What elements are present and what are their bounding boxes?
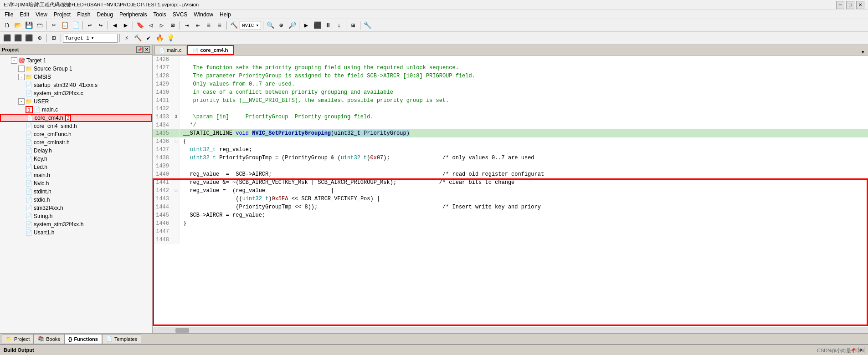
target-dropdown[interactable]: Target 1 ▾ xyxy=(63,34,118,43)
nvic-dropdown[interactable]: NVIC ▾ xyxy=(240,21,261,30)
t2-btn10[interactable]: 💡 xyxy=(165,33,175,43)
menu-svcs[interactable]: SVCS xyxy=(170,10,190,19)
copy-button[interactable]: 📋 xyxy=(60,20,70,30)
horizontal-scrollbar[interactable] xyxy=(153,327,868,333)
tree-item-delayh[interactable]: 📄 Delay.h xyxy=(0,147,152,155)
menu-window[interactable]: Window xyxy=(191,10,216,19)
tree-item-ledh[interactable]: 📄 Led.h xyxy=(0,163,152,171)
status-tab-project[interactable]: 📁 Project xyxy=(2,334,34,344)
menu-flash[interactable]: Flash xyxy=(74,10,93,19)
menu-project[interactable]: Project xyxy=(51,10,73,19)
search-btn[interactable]: 🔎 xyxy=(287,20,297,30)
tab-scroll-right[interactable]: ▾ xyxy=(860,49,866,55)
tree-item-cmfunc[interactable]: 📄 core_cmFunc.h xyxy=(0,130,152,138)
bookmark-next[interactable]: ▷ xyxy=(157,20,167,30)
cut-button[interactable]: ✂ xyxy=(49,20,59,30)
save-button[interactable]: 💾 xyxy=(24,20,34,30)
tree-item-startup[interactable]: 📄 startup_stm32f40_41xxx.s xyxy=(0,81,152,89)
menu-view[interactable]: View xyxy=(33,10,50,19)
tree-item-keyh[interactable]: 📄 Key.h xyxy=(0,155,152,163)
t2-btn3[interactable]: ⬛ xyxy=(24,33,34,43)
settings-btn[interactable]: 🔧 xyxy=(362,20,372,30)
indent-btn[interactable]: ⇥ xyxy=(182,20,192,30)
status-tab-templates[interactable]: 📄 Templates xyxy=(102,334,141,344)
nav-fwd-button[interactable]: ▶ xyxy=(121,20,131,30)
menu-tools[interactable]: Tools xyxy=(151,10,169,19)
t2-btn5[interactable]: ⊞ xyxy=(49,33,59,43)
tree-item-stm32h[interactable]: 📄 stm32f4xx.h xyxy=(0,204,152,212)
tree-item-nvich[interactable]: 📄 Nvic.h xyxy=(0,179,152,188)
bookmark-btn[interactable]: 🔖 xyxy=(135,20,145,30)
uncomment-btn[interactable]: ≡ xyxy=(215,20,225,30)
debug-pause[interactable]: ⏸ xyxy=(323,20,333,30)
expander-cmsis[interactable]: - xyxy=(18,74,25,80)
tree-item-coresimd[interactable]: 📄 core_cm4_simd.h xyxy=(0,122,152,130)
tree-item-mainc[interactable]: 1 📄 main.c xyxy=(0,106,152,114)
close-button[interactable]: ✕ xyxy=(856,1,864,9)
expander-target1[interactable]: - xyxy=(11,57,17,64)
code-editor[interactable]: 1426 1427 The function sets the priority… xyxy=(153,56,868,327)
menu-peripherals[interactable]: Peripherals xyxy=(117,10,150,19)
code-1430: In case of a conflict between priority g… xyxy=(180,88,868,96)
expander-sourcegroup[interactable]: - xyxy=(18,66,25,72)
find-btn[interactable]: 🔍 xyxy=(265,20,275,30)
status-tab-books[interactable]: 📚 Books xyxy=(34,334,64,344)
tree-item-stdioh[interactable]: 📄 stdio.h xyxy=(0,196,152,204)
debug-start[interactable]: ▶ xyxy=(301,20,311,30)
sidebar-close-button[interactable]: ✕ xyxy=(144,46,150,53)
bookmark-prev[interactable]: ◁ xyxy=(146,20,156,30)
comment-btn[interactable]: ≡ xyxy=(204,20,214,30)
nav-back-button[interactable]: ◀ xyxy=(110,20,120,30)
tree-item-sourcegroup1[interactable]: - 📁 Source Group 1 xyxy=(0,65,152,73)
bookmark-clear[interactable]: ⊠ xyxy=(168,20,178,30)
status-tab-functions[interactable]: {} Functions xyxy=(64,334,102,344)
code-1445: SCB->AIRCR = reg_value; xyxy=(180,211,868,219)
file-icon-nvich: 📄 xyxy=(26,180,32,187)
sep7 xyxy=(263,21,263,30)
tree-item-stdinth[interactable]: 📄 stdint.h xyxy=(0,188,152,196)
t2-btn9[interactable]: 🔥 xyxy=(154,33,164,43)
tree-item-systemh[interactable]: 📄 system_stm32f4xx.h xyxy=(0,220,152,228)
tree-item-mainh[interactable]: 📄 main.h xyxy=(0,171,152,179)
t2-btn1[interactable]: ⬛ xyxy=(2,33,12,43)
tab-corecm4h[interactable]: 📄 core_cm4.h xyxy=(187,45,233,55)
tree-item-systemc[interactable]: 📄 system_stm32f4xx.c xyxy=(0,89,152,97)
expander-user[interactable]: - xyxy=(18,98,25,105)
new-file-button[interactable]: 🗋 xyxy=(2,20,12,30)
find2-btn[interactable]: ⊕ xyxy=(276,20,286,30)
tree-item-user[interactable]: - 📁 USER xyxy=(0,97,152,106)
t2-btn4[interactable]: ⊕ xyxy=(35,33,45,43)
paste-button[interactable]: 📄 xyxy=(71,20,81,30)
unindent-btn[interactable]: ⇤ xyxy=(193,20,203,30)
sidebar-title: Project xyxy=(2,47,19,52)
line-num-1426: 1426 xyxy=(153,56,173,64)
t2-btn8[interactable]: ✔ xyxy=(144,33,154,43)
tree-item-target1[interactable]: - 🎯 Target 1 xyxy=(0,56,152,65)
tree-item-corecm4h[interactable]: 📄 core_cm4.h 2 xyxy=(0,114,152,122)
menu-edit[interactable]: Edit xyxy=(17,10,32,19)
tree-item-usart1h[interactable]: 📄 Usart1.h xyxy=(0,228,152,237)
t2-btn2[interactable]: ⬛ xyxy=(13,33,23,43)
save-all-button[interactable]: 🗃 xyxy=(35,20,45,30)
tree-item-stringh[interactable]: 📄 String.h xyxy=(0,212,152,220)
scrollbar-thumb[interactable] xyxy=(175,328,189,333)
menu-help[interactable]: Help xyxy=(217,10,234,19)
window-layout-btn[interactable]: ⊞ xyxy=(348,20,358,30)
menu-debug[interactable]: Debug xyxy=(94,10,116,19)
file-icon-corecm4h: 📄 xyxy=(26,115,33,121)
redo-button[interactable]: ↪ xyxy=(96,20,106,30)
maximize-button[interactable]: □ xyxy=(846,1,854,9)
undo-button[interactable]: ↩ xyxy=(85,20,95,30)
t2-btn6[interactable]: ⚡ xyxy=(122,33,132,43)
tab-mainc[interactable]: 📄 main.c xyxy=(154,45,186,55)
debug-step[interactable]: ↓ xyxy=(334,20,344,30)
code-1433: \param [in] PriorityGroup Priority group… xyxy=(180,113,868,121)
t2-btn7[interactable]: 🔨 xyxy=(133,33,143,43)
tree-item-cminstr[interactable]: 📄 core_cmInstr.h xyxy=(0,138,152,147)
minimize-button[interactable]: ─ xyxy=(836,1,844,9)
open-button[interactable]: 📂 xyxy=(13,20,23,30)
tree-item-cmsis[interactable]: - 📁 CMSIS xyxy=(0,73,152,81)
menu-file[interactable]: File xyxy=(2,10,16,19)
sidebar-pin-button[interactable]: 📌 xyxy=(136,46,143,53)
debug-stop[interactable]: ⬛ xyxy=(312,20,322,30)
